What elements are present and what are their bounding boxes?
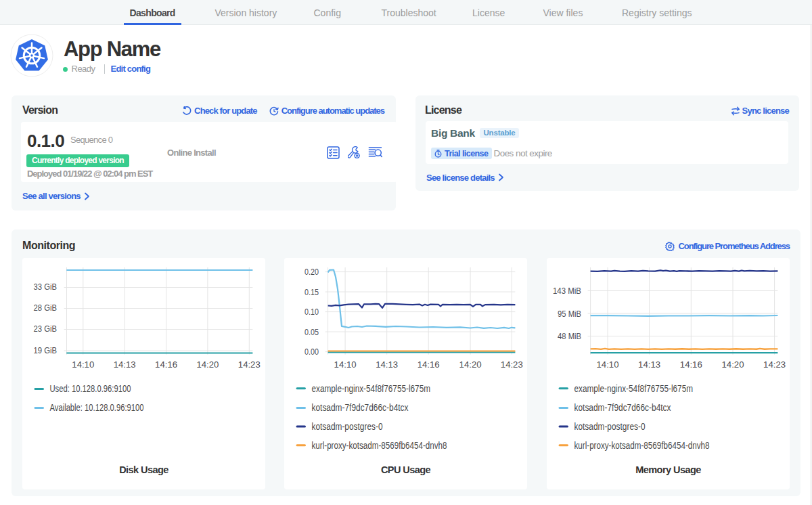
svg-text:14:16: 14:16	[680, 359, 702, 370]
svg-text:14:23: 14:23	[501, 359, 523, 370]
svg-text:0.20: 0.20	[304, 267, 319, 277]
svg-text:kotsadm-postgres-0: kotsadm-postgres-0	[312, 421, 383, 432]
svg-text:Available: 10.128.0.96:9100: Available: 10.128.0.96:9100	[50, 402, 144, 413]
svg-text:0.05: 0.05	[304, 327, 319, 337]
svg-text:kotsadm-7f9dc7d66c-b4tcx: kotsadm-7f9dc7d66c-b4tcx	[312, 402, 409, 413]
svg-text:kurl-proxy-kotsadm-8569fb6454-: kurl-proxy-kotsadm-8569fb6454-dnvh8	[312, 440, 447, 451]
svg-text:14:13: 14:13	[376, 359, 398, 370]
svg-text:example-nginx-54f8f76755-l675m: example-nginx-54f8f76755-l675m	[312, 383, 431, 394]
svg-text:14:23: 14:23	[763, 359, 786, 370]
svg-text:95 MiB: 95 MiB	[558, 309, 581, 319]
svg-text:14:10: 14:10	[72, 359, 94, 370]
svg-text:14:13: 14:13	[638, 359, 660, 370]
svg-text:14:13: 14:13	[114, 359, 136, 370]
svg-text:28 GiB: 28 GiB	[34, 303, 58, 313]
svg-text:48 MiB: 48 MiB	[558, 331, 581, 341]
svg-text:0.00: 0.00	[304, 347, 319, 357]
svg-text:example-nginx-54f8f76755-l675m: example-nginx-54f8f76755-l675m	[574, 383, 694, 394]
svg-text:14:16: 14:16	[418, 359, 440, 370]
svg-text:14:16: 14:16	[155, 359, 177, 370]
svg-text:14:20: 14:20	[459, 359, 482, 370]
svg-text:14:23: 14:23	[238, 359, 261, 370]
svg-text:19 GiB: 19 GiB	[34, 345, 58, 355]
svg-text:23 GiB: 23 GiB	[34, 324, 58, 334]
svg-text:kurl-proxy-kotsadm-8569fb6454-: kurl-proxy-kotsadm-8569fb6454-dnvh8	[574, 440, 710, 451]
svg-text:14:20: 14:20	[722, 359, 744, 370]
svg-text:143 MiB: 143 MiB	[553, 286, 581, 296]
svg-text:14:10: 14:10	[597, 359, 619, 370]
svg-text:33 GiB: 33 GiB	[34, 282, 58, 292]
svg-text:0.15: 0.15	[304, 287, 319, 297]
svg-text:0.10: 0.10	[304, 307, 319, 317]
svg-text:14:20: 14:20	[196, 359, 219, 370]
svg-text:kotsadm-7f9dc7d66c-b4tcx: kotsadm-7f9dc7d66c-b4tcx	[574, 402, 671, 413]
svg-text:Used: 10.128.0.96:9100: Used: 10.128.0.96:9100	[50, 383, 131, 394]
svg-text:14:10: 14:10	[334, 359, 357, 370]
svg-text:kotsadm-postgres-0: kotsadm-postgres-0	[574, 421, 646, 432]
